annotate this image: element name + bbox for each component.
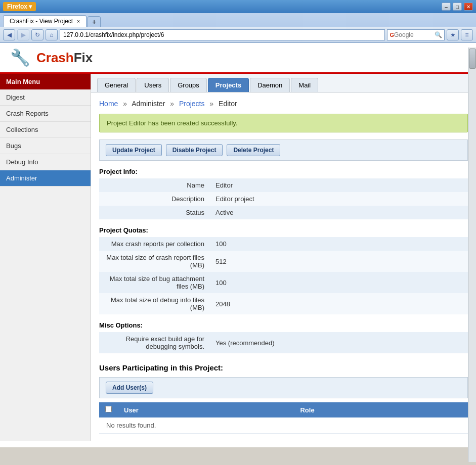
sep3: » [209,100,213,108]
field-label: Max total size of crash report files (MB… [99,251,210,272]
tab-general[interactable]: General [97,78,136,92]
users-section: Users Participating in this Project: Add… [99,363,468,434]
tab-title: CrashFix - View Project [10,18,73,25]
tab-mail[interactable]: Mail [291,78,318,92]
field-label: Max total size of debug info files (MB) [99,293,210,314]
sidebar-item-administer[interactable]: Administer [0,170,91,187]
breadcrumb: Home » Administer » Projects » Editor [99,100,468,108]
field-value: 100 [210,272,468,293]
field-value: Active [210,206,468,219]
logo-icon: 🔧 [10,48,30,67]
close-button[interactable]: ✕ [464,3,473,11]
tab-daemon[interactable]: Daemon [250,78,290,92]
sidebar-item-bugs[interactable]: Bugs [0,138,91,154]
active-tab[interactable]: CrashFix - View Project × [3,15,86,27]
add-user-button[interactable]: Add User(s) [106,382,153,394]
search-logo: G [390,32,394,38]
table-row: No results found. [99,417,468,434]
disable-project-button[interactable]: Disable Project [166,144,223,156]
users-action-bar: Add User(s) [99,377,468,398]
bookmarks-button[interactable]: ★ [447,29,459,40]
page-wrapper: 🔧 CrashFix Main Menu Digest Crash Report… [0,43,476,447]
table-row: Description Editor project [99,192,468,206]
field-label: Name [99,178,210,192]
breadcrumb-current: Editor [219,100,237,108]
table-row: Max total size of crash report files (MB… [99,251,468,272]
title-bar: Firefox ▾ – □ ✕ [0,0,476,13]
maximize-button[interactable]: □ [453,3,462,11]
new-tab-button[interactable]: + [88,16,101,27]
col-role: Role [294,402,468,417]
breadcrumb-home[interactable]: Home [99,100,118,108]
sidebar-item-debug-info[interactable]: Debug Info [0,154,91,170]
select-all-checkbox[interactable] [105,406,112,412]
firefox-button[interactable]: Firefox ▾ [3,2,36,11]
search-input[interactable] [394,31,435,38]
action-bar: Update Project Disable Project Delete Pr… [99,140,468,161]
sidebar-header: Main Menu [0,74,91,89]
field-value: Yes (recommended) [210,332,468,353]
tab-groups[interactable]: Groups [170,78,207,92]
table-row: Require exact build age for debugging sy… [99,332,468,353]
table-row: Max total size of debug info files (MB) … [99,293,468,314]
success-message: Project Editor has been created successf… [99,114,468,132]
misc-options-table: Require exact build age for debugging sy… [99,332,468,353]
minimize-button[interactable]: – [442,3,451,11]
search-icon[interactable]: 🔍 [435,31,442,38]
sidebar-item-digest[interactable]: Digest [0,89,91,106]
browser-chrome: Firefox ▾ – □ ✕ CrashFix - View Project … [0,0,476,43]
users-table: User Role No results found. [99,402,468,434]
field-value: Editor [210,178,468,192]
window-controls: – □ ✕ [442,3,473,11]
col-checkbox [99,402,118,417]
nav-bar: ◀ ▶ ↻ ⌂ G 🔍 ★ ≡ [0,27,476,42]
scrollbar-thumb[interactable] [469,49,476,69]
users-section-title: Users Participating in this Project: [99,363,468,372]
delete-project-button[interactable]: Delete Project [227,144,280,156]
page-container: Main Menu Digest Crash Reports Collectio… [0,74,476,441]
field-label: Max total size of bug attachment files (… [99,272,210,293]
sidebar-item-collections[interactable]: Collections [0,122,91,138]
misc-options-title: Misc Options: [99,321,468,329]
project-quotas-title: Project Quotas: [99,226,468,234]
content-area: Home » Administer » Projects » Editor Pr… [91,92,476,441]
table-row: Status Active [99,206,468,219]
table-row: Max total size of bug attachment files (… [99,272,468,293]
field-value: 100 [210,237,468,251]
admin-tabs: General Users Groups Projects Daemon Mai… [91,74,476,92]
project-quotas-table: Max crash reports per collection 100 Max… [99,237,468,314]
tab-users[interactable]: Users [137,78,169,92]
reload-button[interactable]: ↻ [31,29,44,40]
field-label: Status [99,206,210,219]
menu-button[interactable]: ≡ [461,29,473,40]
update-project-button[interactable]: Update Project [106,144,162,156]
site-header: 🔧 CrashFix [0,43,476,74]
main-content: General Users Groups Projects Daemon Mai… [91,74,476,441]
forward-button[interactable]: ▶ [17,29,29,40]
field-value: Editor project [210,192,468,206]
breadcrumb-projects[interactable]: Projects [179,100,205,108]
tab-bar: CrashFix - View Project × + [0,13,476,27]
address-bar[interactable] [60,29,385,40]
back-button[interactable]: ◀ [3,29,15,40]
scrollbar-track[interactable] [468,48,476,447]
field-label: Max crash reports per collection [99,237,210,251]
sidebar-item-crash-reports[interactable]: Crash Reports [0,106,91,122]
col-user: User [118,402,294,417]
no-results-text: No results found. [99,417,468,434]
project-info-title: Project Info: [99,168,468,175]
table-header-row: User Role [99,402,468,417]
field-value: 2048 [210,293,468,314]
tab-projects[interactable]: Projects [208,78,249,92]
table-row: Name Editor [99,178,468,192]
field-label: Description [99,192,210,206]
table-row: Max crash reports per collection 100 [99,237,468,251]
site-logo: CrashFix [36,50,93,66]
home-button[interactable]: ⌂ [46,29,58,40]
project-info-table: Name Editor Description Editor project S… [99,178,468,219]
breadcrumb-administer: Administer [132,100,165,108]
sep2: » [170,100,174,108]
sep1: » [123,100,127,108]
field-label: Require exact build age for debugging sy… [99,332,210,353]
tab-close-button[interactable]: × [77,19,80,24]
